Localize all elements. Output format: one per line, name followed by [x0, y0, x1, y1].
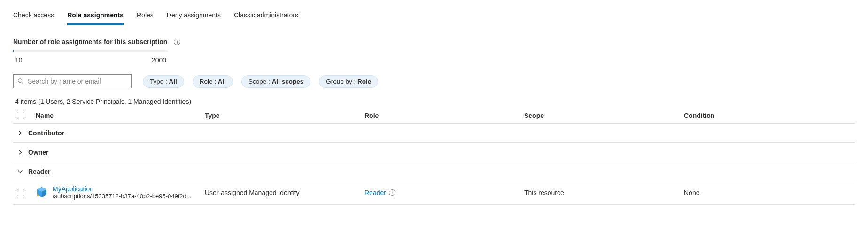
table-header: Name Type Role Scope Condition: [13, 108, 855, 124]
group-owner[interactable]: Owner: [13, 143, 855, 162]
tab-classic-administrators[interactable]: Classic administrators: [234, 8, 298, 25]
row-scope: This resource: [524, 189, 684, 196]
chevron-right-icon: [17, 130, 23, 136]
tab-bar: Check access Role assignments Roles Deny…: [13, 8, 855, 25]
svg-point-0: [18, 79, 22, 83]
tab-roles[interactable]: Roles: [137, 8, 154, 25]
search-input-wrapper[interactable]: [13, 74, 132, 88]
info-icon[interactable]: i: [389, 189, 395, 196]
assignments-table: Name Type Role Scope Condition Contribut…: [13, 108, 855, 205]
row-role-link[interactable]: Reader i: [364, 189, 395, 196]
results-summary: 4 items (1 Users, 2 Service Principals, …: [13, 98, 855, 105]
tab-role-assignments[interactable]: Role assignments: [67, 8, 124, 25]
filter-groupby[interactable]: Group by : Role: [319, 75, 378, 88]
progress-fill: [13, 50, 14, 52]
col-header-condition[interactable]: Condition: [684, 112, 855, 119]
filter-type[interactable]: Type : All: [143, 75, 184, 88]
col-header-scope[interactable]: Scope: [524, 112, 684, 119]
row-type: User-assigned Managed Identity: [205, 189, 364, 196]
search-icon: [17, 78, 24, 85]
chevron-right-icon: [17, 149, 23, 156]
assignment-counter: Number of role assignments for this subs…: [13, 38, 855, 64]
chevron-down-icon: [17, 168, 23, 175]
search-input[interactable]: [27, 77, 127, 86]
row-checkbox[interactable]: [17, 189, 24, 196]
col-header-name[interactable]: Name: [36, 112, 205, 119]
row-subtext: /subscriptions/15335712-b37a-40b2-be95-0…: [53, 193, 192, 200]
filter-row: Type : All Role : All Scope : All scopes…: [13, 74, 855, 88]
row-condition: None: [684, 189, 855, 196]
tab-check-access[interactable]: Check access: [13, 8, 54, 25]
counter-current: 10: [15, 56, 23, 64]
filter-scope[interactable]: Scope : All scopes: [241, 75, 310, 88]
group-contributor[interactable]: Contributor: [13, 124, 855, 143]
filter-role[interactable]: Role : All: [193, 75, 233, 88]
counter-max: 2000: [152, 56, 166, 64]
counter-title: Number of role assignments for this subs…: [13, 38, 167, 46]
tab-deny-assignments[interactable]: Deny assignments: [167, 8, 221, 25]
managed-identity-icon: [36, 186, 48, 198]
col-header-type[interactable]: Type: [205, 112, 364, 119]
group-label: Owner: [28, 148, 49, 156]
table-row: MyApplication /subscriptions/15335712-b3…: [13, 181, 855, 205]
group-label: Contributor: [28, 129, 64, 137]
info-icon[interactable]: i: [174, 39, 180, 45]
select-all-checkbox[interactable]: [17, 112, 24, 119]
col-header-role[interactable]: Role: [364, 112, 524, 119]
group-reader[interactable]: Reader: [13, 162, 855, 181]
group-label: Reader: [28, 168, 50, 175]
progress-track: [13, 50, 168, 52]
row-name-link[interactable]: MyApplication: [53, 185, 192, 193]
svg-line-1: [22, 82, 23, 84]
